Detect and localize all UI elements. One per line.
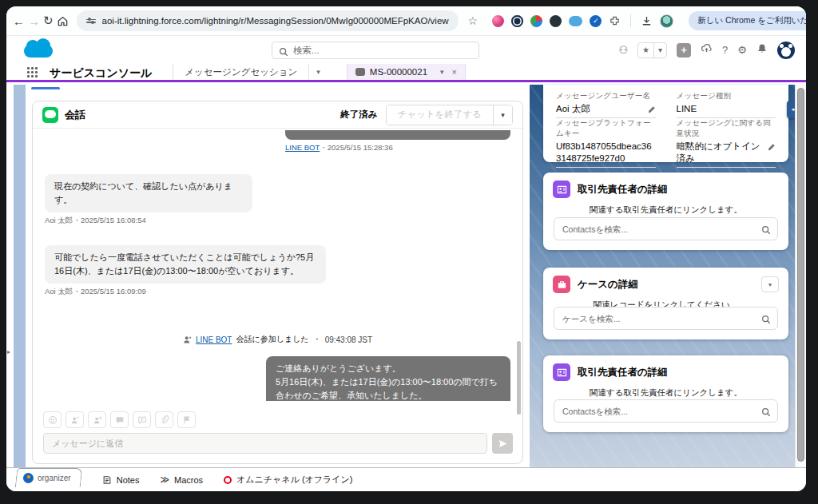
raise-flag-user-icon[interactable] xyxy=(88,411,106,428)
favorites-control[interactable]: ★ ▾ xyxy=(637,42,667,58)
app-launcher-icon[interactable] xyxy=(27,67,38,78)
favorite-star-icon[interactable]: ★ xyxy=(638,43,653,58)
extension-icon[interactable]: ✓ xyxy=(590,15,602,27)
utility-omnichannel[interactable]: オムニチャネル (オフライン) xyxy=(224,474,352,486)
chrome-update-chip[interactable]: 新しい Chrome をご利用いただけます xyxy=(689,11,806,30)
tab-close-icon[interactable]: × xyxy=(452,67,457,77)
notes-icon xyxy=(102,475,112,485)
conversation-header: 会話 終了済み チャットを終了する ▾ xyxy=(33,101,522,129)
back-icon[interactable]: ← xyxy=(13,11,25,30)
field-message-type: メッセージ種別 LINE xyxy=(677,91,776,118)
console-tab-bar: サービスコンソール メッセージングセッション ▾ MS-00000021 ▾ × xyxy=(6,64,806,82)
tab-record-ms-00000021[interactable]: MS-00000021 ▾ × xyxy=(347,64,466,80)
message-inbound: 現在の契約について、確認したい点があります。 Aoi 太郎・2025/5/15 … xyxy=(45,174,510,226)
messaging-session-icon xyxy=(355,68,365,76)
session-page: ▸ 会話 終了済み チャットを終了する ▾ xyxy=(6,85,530,467)
trailhead-icon[interactable] xyxy=(701,42,713,58)
conversation-title: 会話 xyxy=(65,108,85,122)
send-button[interactable] xyxy=(492,433,513,454)
session-event: LINE BOT 会話に参加しました ・ 09:43:08 JST xyxy=(45,334,510,345)
url-text[interactable]: aoi-it.lightning.force.com/lightning/r/M… xyxy=(102,16,449,26)
list-tab-dropdown[interactable]: ▾ xyxy=(308,64,328,80)
setup-gear-icon[interactable]: ⚙ xyxy=(737,44,747,56)
extension-icon[interactable] xyxy=(569,16,582,26)
favorites-dropdown-icon[interactable]: ▾ xyxy=(653,43,666,58)
extension-icon[interactable] xyxy=(492,15,504,27)
author-link[interactable]: LINE BOT xyxy=(285,143,320,152)
address-bar[interactable]: aoi-it.lightning.force.com/lightning/r/M… xyxy=(77,10,459,31)
line-channel-icon xyxy=(42,107,58,123)
message-outbound: ご連絡ありがとうございます。 5月16日(木)、または17日(金)の13:00〜… xyxy=(45,356,510,401)
global-search-placeholder: 検索... xyxy=(293,45,320,57)
end-chat-control: チャットを終了する ▾ xyxy=(386,105,513,125)
chrome-profile-avatar[interactable] xyxy=(660,14,673,28)
search-icon xyxy=(761,313,771,323)
contact-icon xyxy=(553,181,570,198)
flag-icon[interactable] xyxy=(177,411,196,428)
utility-macros[interactable]: ≫ Macros xyxy=(160,474,203,485)
extension-icon[interactable] xyxy=(550,15,562,27)
card-title: 取引先責任者の詳細 xyxy=(578,183,668,196)
notifications-bell-icon[interactable] xyxy=(756,43,768,58)
end-chat-button[interactable]: チャットを終了する xyxy=(387,105,493,125)
tab-messaging-session-list[interactable]: メッセージングセッション xyxy=(173,64,308,80)
author-link[interactable]: LINE BOT xyxy=(196,335,232,344)
organizer-extension-tab[interactable]: organizer xyxy=(15,468,82,487)
message-outbound-partial: LINE BOT・2025/5/15 15:28:36 xyxy=(45,129,510,153)
page-scrollbar-thumb[interactable] xyxy=(797,88,804,462)
message-meta: Aoi 太郎・2025/5/15 16:09:09 xyxy=(45,287,510,297)
message-bubble: 可能でしたら一度電話させていただくことは可能でしょうか?5月16日(木)、または… xyxy=(45,245,326,284)
reply-composer xyxy=(43,433,487,454)
downloads-icon[interactable] xyxy=(641,15,653,27)
extensions-puzzle-icon[interactable] xyxy=(609,15,621,27)
transfer-icon[interactable] xyxy=(66,411,84,428)
contact-details-card: 取引先責任者の詳細 関連する取引先責任者にリンクします。 xyxy=(543,173,788,250)
message-meta: Aoi 太郎・2025/5/15 16:08:54 xyxy=(45,216,510,226)
global-actions-icon[interactable]: + xyxy=(677,43,691,58)
card-title: ケースの詳細 xyxy=(578,278,638,292)
einstein-icon[interactable]: ⚇ xyxy=(618,44,628,56)
case-search-input[interactable] xyxy=(554,307,778,330)
help-icon[interactable]: ? xyxy=(722,44,728,56)
bookmark-star-icon[interactable]: ☆ xyxy=(468,14,478,27)
app-name: サービスコンソール xyxy=(46,64,173,80)
chat-transcript[interactable]: LINE BOT・2025/5/15 15:28:36 現在の契約について、確認… xyxy=(33,129,522,401)
reply-input[interactable] xyxy=(43,433,487,454)
case-details-card: ケースの詳細 ▾ 関連レコードをリンクしてください。 xyxy=(543,268,788,339)
tab-dropdown-icon[interactable]: ▾ xyxy=(440,68,444,76)
contact-search-input-2[interactable] xyxy=(554,399,778,423)
end-chat-dropdown-icon[interactable]: ▾ xyxy=(493,105,512,125)
user-avatar[interactable] xyxy=(777,42,795,59)
console-main: ▸ 会話 終了済み チャットを終了する ▾ xyxy=(6,85,806,467)
participant-join-icon xyxy=(183,335,192,344)
attach-file-icon[interactable] xyxy=(155,411,173,428)
macros-icon: ≫ xyxy=(160,474,169,485)
search-icon xyxy=(279,46,288,55)
forward-icon[interactable]: → xyxy=(28,11,40,30)
field-platform-key: メッセージプラットフォームキー Uf83b1487055dbeac3631487… xyxy=(556,118,656,168)
site-settings-icon[interactable] xyxy=(86,19,96,23)
home-icon[interactable] xyxy=(57,11,69,30)
global-search-box[interactable]: 検索... xyxy=(272,42,479,59)
offline-status-icon xyxy=(224,476,232,484)
panel-expand-icon[interactable]: ▸ xyxy=(7,348,10,355)
reload-icon[interactable]: ↻ xyxy=(43,11,54,30)
page-scrollbar[interactable] xyxy=(795,85,806,467)
utility-bar: organizer Notes ≫ Macros オムニチャネル (オフライン) xyxy=(6,467,806,491)
message-bubble: 現在の契約について、確認したい点があります。 xyxy=(45,174,252,212)
extension-icon[interactable] xyxy=(530,15,542,27)
card-menu-icon[interactable]: ▾ xyxy=(761,276,779,292)
extension-icon[interactable] xyxy=(511,15,523,27)
edit-pencil-icon[interactable] xyxy=(768,142,776,150)
utility-notes[interactable]: Notes xyxy=(102,475,140,485)
contact-search-input[interactable] xyxy=(554,217,778,240)
quick-text-icon[interactable] xyxy=(110,411,129,428)
edit-pencil-icon[interactable] xyxy=(648,105,656,113)
session-details-card: メッセージングユーザー名 Aoi 太郎 メッセージ種別 LINE メッセージプラ… xyxy=(543,85,788,162)
organizer-icon xyxy=(23,473,34,483)
emoji-icon[interactable] xyxy=(43,411,62,428)
message-template-icon[interactable] xyxy=(133,411,151,428)
collapsed-left-panel[interactable] xyxy=(14,85,26,467)
chevron-down-icon[interactable]: ▾ xyxy=(309,64,328,80)
chat-scrollbar[interactable] xyxy=(517,341,521,415)
